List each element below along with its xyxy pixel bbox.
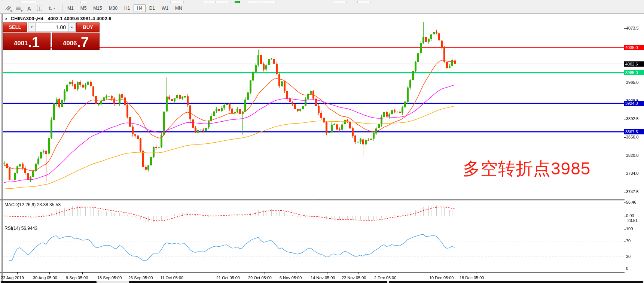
- macd-scale-tick: 0.00: [626, 213, 634, 218]
- grid-icon-sub: F: [21, 9, 23, 12]
- time-label: 2 Dec 05:00: [374, 276, 396, 280]
- rsi-scale-tick: 30: [626, 254, 631, 259]
- chart-title: ▲ CHINA300-,H4 4002.1 4009.6 3981.4 4002…: [4, 16, 111, 21]
- support-price-badge: 3867.5: [624, 129, 644, 134]
- time-label: 22 Nov 05:00: [342, 276, 366, 280]
- time-label: 10 Dec 05:00: [429, 276, 454, 280]
- price-tick: 3892.5: [626, 116, 639, 121]
- timeframe-h1-button[interactable]: H1: [121, 4, 133, 12]
- ohlc-values: 4002.1 4009.6 3981.4 4002.6: [48, 16, 112, 21]
- time-label: 30 Aug 05:00: [33, 276, 57, 280]
- timeframe-h4-button[interactable]: H4: [134, 4, 145, 12]
- time-label: 18 Sep 05:00: [97, 276, 122, 280]
- symbol-timeframe-label: CHINA300-,H4: [11, 16, 43, 21]
- resistance-price-badge: 4035.0: [624, 45, 644, 50]
- one-click-trade-widget: SELL ▼ 1.00 ▲ BUY 4001.1 4006.7: [3, 22, 100, 50]
- price-tick: 3965.0: [626, 80, 639, 85]
- sell-button[interactable]: SELL: [3, 22, 27, 32]
- rsi-scale-tick: 0: [626, 266, 628, 271]
- time-label: 18 Dec 05:00: [460, 276, 484, 280]
- chart-annotation-text: 多空转折点3985: [463, 157, 590, 180]
- indicators-icon-sub: E: [10, 9, 12, 12]
- sell-price-fraction: .1: [28, 36, 40, 49]
- price-tick: 3747.5: [626, 189, 639, 194]
- sell-price-main: 4001: [14, 38, 28, 49]
- collapse-arrow-icon[interactable]: ▲: [4, 16, 8, 20]
- arrange-icon[interactable]: ⇅ ▾: [45, 4, 58, 12]
- macd-scale-tick: 56.46: [626, 200, 637, 204]
- macd-label: MACD(12,26,9) 23.38 35.53: [4, 202, 61, 207]
- timeframe-m30-button[interactable]: M30: [106, 4, 120, 12]
- rsi-label: RSI(14) 56.9443: [4, 226, 37, 231]
- toolbar-separator: [188, 4, 188, 12]
- volume-decrease-button[interactable]: ▼: [28, 22, 36, 32]
- toolbar-separator: [60, 4, 62, 12]
- grid-icon[interactable]: F: [14, 4, 24, 12]
- buy-button[interactable]: BUY: [76, 22, 100, 32]
- text-box-glyph: T: [37, 6, 43, 11]
- timeframe-m15-button[interactable]: M15: [90, 4, 105, 12]
- timeframe-d1-button[interactable]: D1: [146, 4, 158, 12]
- time-label: 6 Nov 05:00: [280, 276, 302, 280]
- price-tick: 4073.5: [626, 26, 639, 30]
- time-label: 11 Oct 05:00: [160, 276, 183, 280]
- time-label: 22 Aug 2019: [1, 276, 24, 280]
- trading-app-window: { "toolbar": { "tools": [ {"name": "indi…: [0, 0, 644, 283]
- taskbar-window-button[interactable]: [129, 281, 387, 283]
- buy-price-main: 4006: [63, 38, 77, 49]
- price-tick: 3856.0: [626, 135, 639, 139]
- pivot-price-badge: 3985.0: [624, 70, 644, 75]
- buy-price-fraction: .7: [77, 36, 89, 49]
- current-price-badge: 4002.6: [624, 61, 644, 67]
- text-label-icon[interactable]: A: [24, 4, 34, 12]
- volume-increase-button[interactable]: ▲: [68, 22, 76, 32]
- rsi-scale-tick: 100: [626, 226, 633, 231]
- time-label: 9 Sep 05:00: [66, 276, 88, 280]
- sell-price-display[interactable]: 4001.1: [3, 33, 51, 50]
- chevron-down-icon: ▾: [54, 7, 55, 10]
- timeframe-w1-button[interactable]: W1: [159, 4, 171, 12]
- time-label: 29 Oct 05:00: [248, 276, 272, 280]
- volume-input[interactable]: 1.00: [36, 22, 68, 32]
- cutoff-toolbar-strip: [0, 0, 644, 3]
- taskbar-window-button[interactable]: [389, 281, 643, 283]
- taskbar-window-button[interactable]: [1, 281, 97, 283]
- price-tick: 3784.0: [626, 171, 639, 176]
- text-box-icon[interactable]: T: [35, 4, 45, 12]
- timeframe-m1-button[interactable]: M1: [64, 4, 77, 12]
- macd-scale-tick: -23.51: [626, 218, 638, 223]
- timeframe-m5-button[interactable]: M5: [77, 4, 90, 12]
- price-tick: 3820.0: [626, 153, 639, 158]
- support-price-badge: 3924.0: [624, 101, 644, 106]
- timeframe-mn-button[interactable]: MN: [172, 4, 185, 12]
- indicators-icon[interactable]: E: [3, 4, 13, 12]
- buy-price-display[interactable]: 4006.7: [52, 33, 100, 50]
- time-label: 21 Oct 05:00: [216, 276, 240, 280]
- time-label: 26 Sep 05:00: [128, 276, 153, 280]
- taskbar-strip: [0, 281, 644, 283]
- rsi-scale-tick: 70: [626, 238, 631, 243]
- time-label: 14 Nov 05:00: [311, 276, 335, 280]
- toolbar: E F A T ⇅ ▾ M1 M5 M15 M30 H1 H4 D1 W1 MN: [0, 3, 644, 14]
- arrange-glyph: ⇅: [48, 6, 52, 11]
